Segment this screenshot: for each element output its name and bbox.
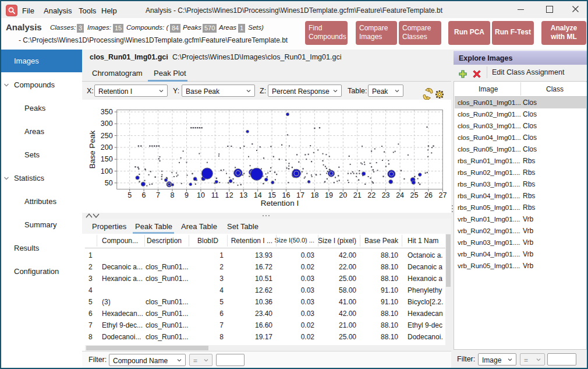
svg-text:200: 200 bbox=[101, 143, 113, 152]
svg-text:7: 7 bbox=[156, 191, 160, 199]
svg-text:Retention I: Retention I bbox=[261, 199, 299, 208]
svg-text:9: 9 bbox=[185, 191, 189, 199]
svg-text:10: 10 bbox=[197, 191, 205, 199]
svg-text:24: 24 bbox=[396, 191, 404, 199]
svg-text:6: 6 bbox=[142, 191, 146, 199]
svg-text:17: 17 bbox=[296, 191, 304, 199]
svg-text:5: 5 bbox=[127, 191, 132, 199]
svg-text:Base Peak: Base Peak bbox=[88, 131, 97, 169]
svg-text:21: 21 bbox=[353, 191, 362, 199]
svg-text:100: 100 bbox=[101, 167, 113, 175]
svg-text:8: 8 bbox=[171, 191, 175, 199]
svg-text:14: 14 bbox=[254, 191, 262, 199]
svg-text:22: 22 bbox=[367, 191, 376, 199]
svg-text:16: 16 bbox=[282, 191, 291, 199]
svg-text:27: 27 bbox=[438, 191, 447, 199]
svg-text:13: 13 bbox=[239, 191, 247, 199]
svg-text:20: 20 bbox=[339, 191, 347, 199]
svg-text:18: 18 bbox=[310, 191, 318, 199]
svg-text:300: 300 bbox=[101, 120, 113, 128]
svg-text:12: 12 bbox=[225, 191, 233, 199]
svg-text:25: 25 bbox=[410, 191, 419, 199]
svg-text:150: 150 bbox=[101, 155, 113, 163]
svg-text:50: 50 bbox=[105, 179, 113, 187]
svg-text:19: 19 bbox=[325, 191, 333, 199]
svg-text:26: 26 bbox=[424, 191, 433, 199]
svg-text:11: 11 bbox=[211, 191, 219, 199]
svg-text:15: 15 bbox=[268, 191, 276, 199]
svg-text:250: 250 bbox=[101, 132, 113, 140]
svg-text:23: 23 bbox=[382, 191, 390, 199]
svg-text:350: 350 bbox=[101, 108, 113, 116]
